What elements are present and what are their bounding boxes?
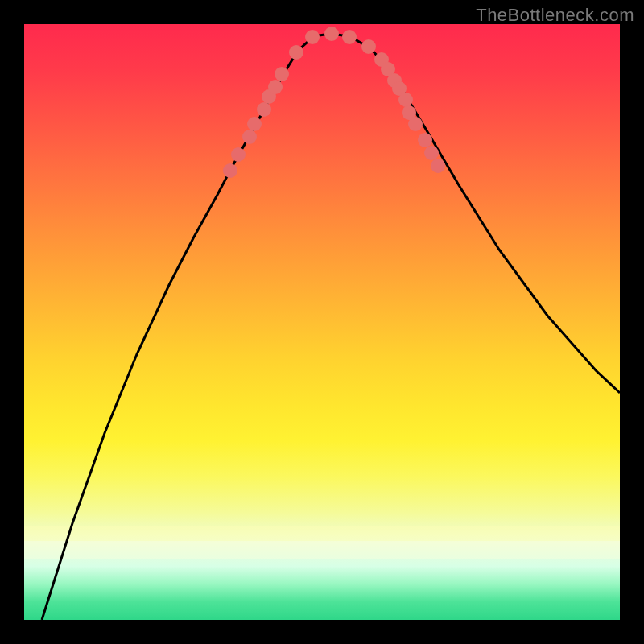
marker-dot: [223, 163, 237, 178]
marker-dot: [361, 39, 376, 54]
marker-dot: [431, 159, 445, 173]
marker-dot: [305, 30, 320, 44]
curve-svg: [24, 24, 620, 620]
marker-dot: [324, 27, 339, 41]
marker-dot: [289, 45, 303, 60]
marker-dot: [424, 146, 439, 160]
marker-dot: [398, 93, 413, 107]
chart-frame: TheBottleneck.com: [0, 0, 644, 644]
highlight-dots: [223, 27, 445, 178]
plot-area: [24, 24, 620, 620]
watermark-text: TheBottleneck.com: [476, 5, 634, 26]
marker-dot: [275, 67, 289, 81]
bottleneck-curve: [42, 34, 620, 620]
marker-dot: [257, 102, 271, 117]
marker-dot: [408, 117, 423, 131]
marker-dot: [242, 130, 257, 144]
marker-dot: [231, 147, 246, 162]
marker-dot: [268, 80, 283, 94]
marker-dot: [247, 117, 262, 131]
marker-dot: [342, 30, 357, 44]
marker-dot: [418, 133, 432, 147]
